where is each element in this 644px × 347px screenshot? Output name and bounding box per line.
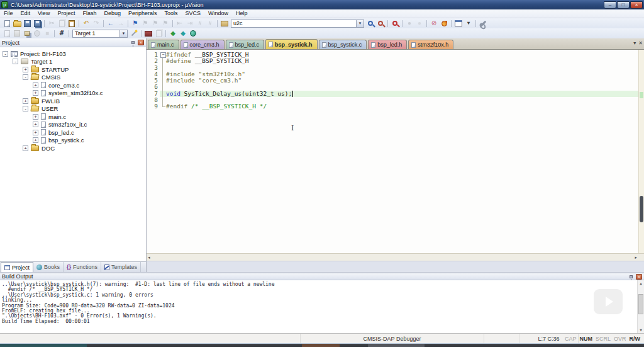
expand-icon[interactable]: + xyxy=(33,90,38,96)
tree-item-fwlib[interactable]: +FWLIB xyxy=(0,97,146,105)
save-button[interactable] xyxy=(22,19,32,28)
tree-item-startup[interactable]: +STARTUP xyxy=(0,65,146,74)
collapse-icon[interactable]: - xyxy=(13,59,18,64)
tree-item-stm32f10x-it-c[interactable]: +stm32f10x_it.c xyxy=(0,121,146,129)
expand-icon[interactable]: + xyxy=(33,130,38,135)
undo-button[interactable]: ↶ xyxy=(81,19,91,28)
tree-item-system-stm32f10x-c[interactable]: +system_stm32f10x.c xyxy=(0,89,146,98)
editor-horizontal-scrollbar[interactable]: ◂ ▸ xyxy=(147,253,644,261)
select-packs-button[interactable]: ◆ xyxy=(178,29,188,38)
expand-icon[interactable]: + xyxy=(23,145,28,151)
menu-view[interactable]: View xyxy=(34,9,53,18)
tab-close-button[interactable]: ✕ xyxy=(638,40,643,47)
kill-breakpoints-button[interactable] xyxy=(439,19,449,28)
editor-tab-bsp_systick-h[interactable]: bsp_systick.h xyxy=(265,39,318,49)
layout-dropdown-button[interactable]: ▾ xyxy=(464,19,474,28)
expand-icon[interactable]: + xyxy=(33,137,38,143)
pack-installer-button[interactable] xyxy=(188,29,198,38)
panel-tab-functions[interactable]: {}Functions xyxy=(64,262,101,272)
navigate-back-button[interactable]: ← xyxy=(106,19,116,28)
tree-item-project-bh-f103[interactable]: -Project: BH-F103 xyxy=(0,50,146,58)
menu-project[interactable]: Project xyxy=(53,9,79,18)
panel-tab-project[interactable]: Project xyxy=(1,262,33,272)
pin-icon[interactable] xyxy=(630,275,633,278)
menu-help[interactable]: Help xyxy=(232,9,252,18)
download-button[interactable]: # xyxy=(57,29,67,38)
new-file-button[interactable] xyxy=(2,19,12,28)
collapse-icon[interactable]: - xyxy=(3,51,8,57)
restore-button[interactable]: □ xyxy=(617,1,630,9)
editor-tab-bsp_led-c[interactable]: bsp_led.c xyxy=(226,40,265,49)
toolbar-separator xyxy=(79,20,79,27)
configure-tools-button[interactable] xyxy=(478,19,488,28)
expand-icon[interactable]: + xyxy=(33,82,38,88)
manage-rte-button[interactable]: ◆ xyxy=(168,29,178,38)
minimize-button[interactable]: – xyxy=(604,1,616,9)
tree-item-doc[interactable]: +DOC xyxy=(0,144,146,152)
menu-debug[interactable]: Debug xyxy=(100,9,125,18)
tree-item-bsp-led-c[interactable]: +bsp_led.c xyxy=(0,128,146,137)
disable-breakpoints-button[interactable]: ⊘ xyxy=(429,19,439,28)
build-output-close-button[interactable]: × xyxy=(636,274,642,280)
scroll-right-arrow-icon[interactable]: ▸ xyxy=(635,255,637,260)
scrollbar-thumb[interactable] xyxy=(638,294,643,314)
configure-word-highlight-button[interactable] xyxy=(219,19,230,28)
options-for-target-button[interactable] xyxy=(129,29,139,38)
panel-tab-templates[interactable]: Templates xyxy=(101,262,141,272)
menu-window[interactable]: Window xyxy=(204,9,232,18)
menu-tools[interactable]: Tools xyxy=(160,9,181,18)
find-next-button[interactable] xyxy=(365,19,375,28)
fold-collapse-icon[interactable] xyxy=(160,52,166,58)
find-in-files-button[interactable] xyxy=(390,19,400,28)
scrollbar-thumb[interactable] xyxy=(640,196,643,222)
tree-item-main-c[interactable]: +main.c xyxy=(0,113,146,121)
scroll-left-arrow-icon[interactable]: ◂ xyxy=(148,255,150,260)
scroll-down-arrow-icon[interactable]: ▼ xyxy=(638,327,644,333)
menu-flash[interactable]: Flash xyxy=(79,9,100,18)
editor-tab-stm32f10x-h[interactable]: stm32f10x.h xyxy=(408,40,453,49)
menu-svcs[interactable]: SVCS xyxy=(182,9,205,18)
build-output-panel[interactable]: ..\User\systick\bsp_systick.h(7): warnin… xyxy=(0,280,644,333)
editor-tab-main-c[interactable]: main.c xyxy=(148,40,179,49)
code-editor[interactable]: 1#ifndef __BSP_SYSTICK_H2#define __BSP_S… xyxy=(147,49,644,253)
tree-item-core-cm3-c[interactable]: +core_cm3.c xyxy=(0,81,146,89)
tab-list-dropdown-button[interactable]: ▾ xyxy=(633,40,636,47)
pin-icon[interactable] xyxy=(131,41,135,44)
save-all-button[interactable] xyxy=(32,19,42,28)
editor-tab-bsp_led-h[interactable]: bsp_led.h xyxy=(368,40,407,49)
editor-tab-bsp_systick-c[interactable]: bsp_systick.c xyxy=(319,40,367,49)
target-combo[interactable]: Target 1▼ xyxy=(72,30,128,38)
build-output-scrollbar[interactable]: ▲ ▼ xyxy=(637,280,644,333)
incremental-find-button[interactable] xyxy=(375,19,386,28)
bookmark-toggle-button[interactable]: ⚑ xyxy=(130,19,140,28)
expand-icon[interactable]: + xyxy=(23,67,28,72)
expand-icon[interactable]: + xyxy=(33,114,38,120)
editor-tab-core_cm3-h[interactable]: core_cm3.h xyxy=(180,40,225,49)
chevron-down-icon[interactable]: ▼ xyxy=(119,30,127,37)
file-icon xyxy=(41,122,46,128)
collapse-icon[interactable]: - xyxy=(23,106,28,111)
open-file-button[interactable] xyxy=(12,19,22,28)
scroll-up-arrow-icon[interactable]: ▲ xyxy=(638,281,644,286)
menu-file[interactable]: File xyxy=(0,9,17,18)
expand-icon[interactable]: + xyxy=(33,122,38,127)
chevron-down-icon[interactable]: ▼ xyxy=(356,20,364,27)
rebuild-button[interactable] xyxy=(22,29,32,38)
tree-item-target-1[interactable]: -Target 1 xyxy=(0,58,146,66)
menu-peripherals[interactable]: Peripherals xyxy=(125,9,161,18)
paste-button[interactable] xyxy=(67,19,77,28)
menu-edit[interactable]: Edit xyxy=(17,9,35,18)
panel-tab-books[interactable]: Books xyxy=(33,262,64,272)
close-button[interactable]: × xyxy=(630,1,643,9)
search-combo[interactable]: u2c▼ xyxy=(231,20,364,28)
tree-item-bsp-systick-c[interactable]: +bsp_systick.c xyxy=(0,137,146,145)
code-text: #define __BSP_SYSTICK_H xyxy=(166,58,249,64)
window-layout-button[interactable] xyxy=(453,19,464,28)
tree-item-cmsis[interactable]: -CMSIS xyxy=(0,74,146,82)
file-extensions-button[interactable] xyxy=(143,29,153,38)
collapse-icon[interactable]: - xyxy=(23,74,28,80)
tree-item-user[interactable]: -USER xyxy=(0,105,146,113)
expand-icon[interactable]: + xyxy=(23,98,28,104)
editor-vertical-scrollbar[interactable] xyxy=(638,50,644,253)
project-panel-close-button[interactable]: × xyxy=(138,40,144,45)
